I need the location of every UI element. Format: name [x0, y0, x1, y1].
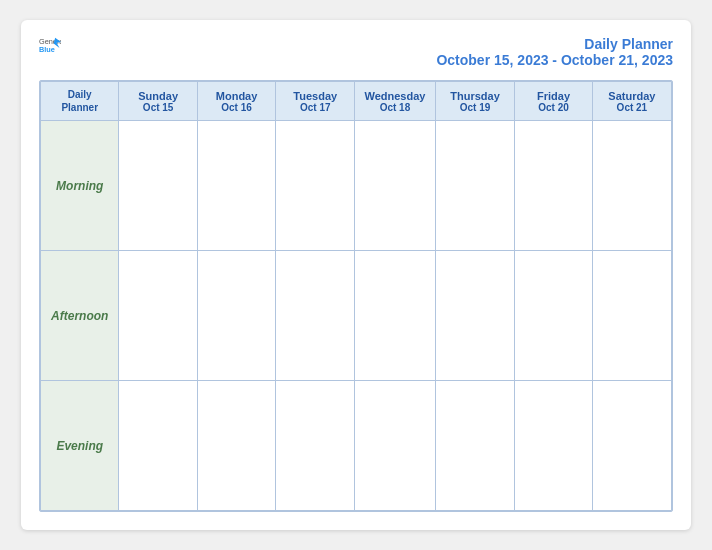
svg-text:Blue: Blue — [39, 45, 55, 54]
evening-saturday-cell[interactable] — [592, 381, 671, 511]
afternoon-tuesday-cell[interactable] — [276, 251, 355, 381]
morning-tuesday-cell[interactable] — [276, 121, 355, 251]
column-header-row: Daily Planner Sunday Oct 15 Monday Oct 1… — [41, 82, 672, 121]
col-thursday-date: Oct 19 — [440, 102, 510, 113]
morning-friday-cell[interactable] — [515, 121, 593, 251]
afternoon-thursday-cell[interactable] — [435, 251, 514, 381]
col-friday-date: Oct 20 — [519, 102, 588, 113]
afternoon-sunday-cell[interactable] — [119, 251, 197, 381]
evening-thursday-cell[interactable] — [435, 381, 514, 511]
daily-planner-header-line1: Daily — [45, 88, 114, 101]
afternoon-saturday-cell[interactable] — [592, 251, 671, 381]
col-thursday: Thursday Oct 19 — [435, 82, 514, 121]
logo-area: General Blue — [39, 36, 61, 58]
generalblue-logo-icon: General Blue — [39, 36, 61, 54]
evening-monday-cell[interactable] — [197, 381, 276, 511]
afternoon-monday-cell[interactable] — [197, 251, 276, 381]
morning-thursday-cell[interactable] — [435, 121, 514, 251]
evening-row: Evening — [41, 381, 672, 511]
logo-block: General Blue — [39, 36, 61, 58]
afternoon-label: Afternoon — [41, 251, 119, 381]
planner-container: General Blue Daily Planner October 15, 2… — [21, 20, 691, 530]
col-wednesday-date: Oct 18 — [359, 102, 431, 113]
title-area: Daily Planner October 15, 2023 - October… — [436, 36, 673, 68]
evening-label: Evening — [41, 381, 119, 511]
col-sunday: Sunday Oct 15 — [119, 82, 197, 121]
evening-sunday-cell[interactable] — [119, 381, 197, 511]
col-tuesday: Tuesday Oct 17 — [276, 82, 355, 121]
daily-planner-header-line2: Planner — [45, 101, 114, 114]
planner-title: Daily Planner — [436, 36, 673, 52]
col-tuesday-date: Oct 17 — [280, 102, 350, 113]
evening-wednesday-cell[interactable] — [355, 381, 436, 511]
evening-tuesday-cell[interactable] — [276, 381, 355, 511]
planner-table: Daily Planner Sunday Oct 15 Monday Oct 1… — [40, 81, 672, 511]
col-saturday-date: Oct 21 — [597, 102, 667, 113]
morning-label: Morning — [41, 121, 119, 251]
col-thursday-day: Thursday — [440, 90, 510, 102]
col-monday-date: Oct 16 — [202, 102, 272, 113]
col-monday: Monday Oct 16 — [197, 82, 276, 121]
col-saturday-day: Saturday — [597, 90, 667, 102]
planner-grid: Daily Planner Sunday Oct 15 Monday Oct 1… — [39, 80, 673, 512]
col-friday-day: Friday — [519, 90, 588, 102]
col-saturday: Saturday Oct 21 — [592, 82, 671, 121]
afternoon-row: Afternoon — [41, 251, 672, 381]
afternoon-wednesday-cell[interactable] — [355, 251, 436, 381]
header: General Blue Daily Planner October 15, 2… — [39, 36, 673, 68]
morning-wednesday-cell[interactable] — [355, 121, 436, 251]
col-monday-day: Monday — [202, 90, 272, 102]
morning-sunday-cell[interactable] — [119, 121, 197, 251]
col-sunday-day: Sunday — [123, 90, 192, 102]
col-wednesday: Wednesday Oct 18 — [355, 82, 436, 121]
morning-row: Morning — [41, 121, 672, 251]
label-column-header: Daily Planner — [41, 82, 119, 121]
col-sunday-date: Oct 15 — [123, 102, 192, 113]
morning-monday-cell[interactable] — [197, 121, 276, 251]
morning-saturday-cell[interactable] — [592, 121, 671, 251]
col-friday: Friday Oct 20 — [515, 82, 593, 121]
planner-date-range: October 15, 2023 - October 21, 2023 — [436, 52, 673, 68]
col-wednesday-day: Wednesday — [359, 90, 431, 102]
col-tuesday-day: Tuesday — [280, 90, 350, 102]
afternoon-friday-cell[interactable] — [515, 251, 593, 381]
evening-friday-cell[interactable] — [515, 381, 593, 511]
